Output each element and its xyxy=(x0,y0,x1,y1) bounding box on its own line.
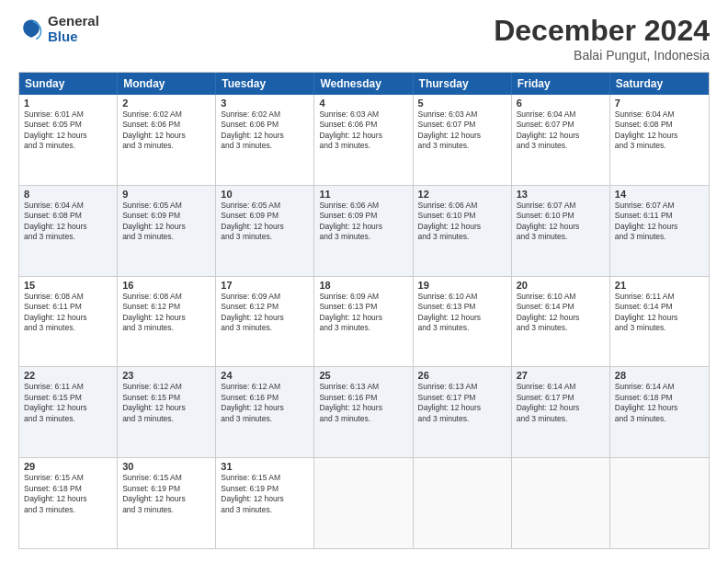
calendar-row-4: 22Sunrise: 6:11 AM Sunset: 6:15 PM Dayli… xyxy=(19,366,709,457)
day-number: 16 xyxy=(122,280,210,291)
cell-content: Sunrise: 6:03 AM Sunset: 6:06 PM Dayligh… xyxy=(319,109,407,152)
day-number: 23 xyxy=(122,370,210,381)
day-number: 24 xyxy=(221,370,309,381)
calendar-cell-17: 17Sunrise: 6:09 AM Sunset: 6:12 PM Dayli… xyxy=(216,277,314,367)
cell-content: Sunrise: 6:01 AM Sunset: 6:05 PM Dayligh… xyxy=(24,109,112,152)
logo-line1: General xyxy=(48,14,99,29)
calendar-cell-25: 25Sunrise: 6:13 AM Sunset: 6:16 PM Dayli… xyxy=(314,367,413,457)
calendar-row-5: 29Sunrise: 6:15 AM Sunset: 6:18 PM Dayli… xyxy=(19,457,709,548)
cell-content: Sunrise: 6:15 AM Sunset: 6:18 PM Dayligh… xyxy=(24,473,112,515)
cell-content: Sunrise: 6:04 AM Sunset: 6:08 PM Dayligh… xyxy=(615,109,704,152)
calendar-cell-7: 7Sunrise: 6:04 AM Sunset: 6:08 PM Daylig… xyxy=(610,95,709,185)
day-number: 2 xyxy=(122,98,210,109)
header-day-wednesday: Wednesday xyxy=(314,73,413,95)
calendar-cell-20: 20Sunrise: 6:10 AM Sunset: 6:14 PM Dayli… xyxy=(512,277,610,367)
day-number: 9 xyxy=(122,189,210,200)
cell-content: Sunrise: 6:05 AM Sunset: 6:09 PM Dayligh… xyxy=(122,201,210,243)
cell-content: Sunrise: 6:09 AM Sunset: 6:13 PM Dayligh… xyxy=(319,292,407,334)
day-number: 28 xyxy=(615,370,704,381)
calendar-cell-8: 8Sunrise: 6:04 AM Sunset: 6:08 PM Daylig… xyxy=(19,186,118,276)
day-number: 20 xyxy=(517,280,605,291)
cell-content: Sunrise: 6:15 AM Sunset: 6:19 PM Dayligh… xyxy=(122,473,210,515)
cell-content: Sunrise: 6:11 AM Sunset: 6:15 PM Dayligh… xyxy=(24,382,112,424)
calendar-cell-31: 31Sunrise: 6:15 AM Sunset: 6:19 PM Dayli… xyxy=(216,458,314,548)
day-number: 19 xyxy=(418,280,506,291)
cell-content: Sunrise: 6:07 AM Sunset: 6:11 PM Dayligh… xyxy=(615,201,704,243)
day-number: 27 xyxy=(517,370,605,381)
calendar-cell-22: 22Sunrise: 6:11 AM Sunset: 6:15 PM Dayli… xyxy=(19,367,118,457)
calendar-cell-24: 24Sunrise: 6:12 AM Sunset: 6:16 PM Dayli… xyxy=(216,367,314,457)
calendar-cell-11: 11Sunrise: 6:06 AM Sunset: 6:09 PM Dayli… xyxy=(314,186,413,276)
header-day-monday: Monday xyxy=(118,73,216,95)
cell-content: Sunrise: 6:10 AM Sunset: 6:14 PM Dayligh… xyxy=(517,292,605,334)
calendar-cell-10: 10Sunrise: 6:05 AM Sunset: 6:09 PM Dayli… xyxy=(216,186,314,276)
calendar-cell-empty xyxy=(610,458,709,548)
header: General Blue December 2024 Balai Pungut,… xyxy=(18,14,710,63)
title-block: December 2024 Balai Pungut, Indonesia xyxy=(494,14,710,63)
calendar-row-2: 8Sunrise: 6:04 AM Sunset: 6:08 PM Daylig… xyxy=(19,185,709,276)
logo-line2: Blue xyxy=(48,29,99,45)
calendar-cell-19: 19Sunrise: 6:10 AM Sunset: 6:13 PM Dayli… xyxy=(414,277,512,367)
logo: General Blue xyxy=(18,14,99,44)
calendar-header: SundayMondayTuesdayWednesdayThursdayFrid… xyxy=(19,73,709,95)
cell-content: Sunrise: 6:04 AM Sunset: 6:07 PM Dayligh… xyxy=(517,109,605,152)
calendar-cell-12: 12Sunrise: 6:06 AM Sunset: 6:10 PM Dayli… xyxy=(414,186,512,276)
day-number: 25 xyxy=(319,370,407,381)
cell-content: Sunrise: 6:03 AM Sunset: 6:07 PM Dayligh… xyxy=(418,109,506,152)
calendar-cell-5: 5Sunrise: 6:03 AM Sunset: 6:07 PM Daylig… xyxy=(414,95,512,185)
calendar-cell-21: 21Sunrise: 6:11 AM Sunset: 6:14 PM Dayli… xyxy=(610,277,709,367)
day-number: 7 xyxy=(615,98,704,109)
cell-content: Sunrise: 6:02 AM Sunset: 6:06 PM Dayligh… xyxy=(122,109,210,152)
calendar-cell-28: 28Sunrise: 6:14 AM Sunset: 6:18 PM Dayli… xyxy=(610,367,709,457)
day-number: 8 xyxy=(24,189,112,200)
cell-content: Sunrise: 6:05 AM Sunset: 6:09 PM Dayligh… xyxy=(221,201,309,243)
calendar-cell-15: 15Sunrise: 6:08 AM Sunset: 6:11 PM Dayli… xyxy=(19,277,118,367)
calendar-cell-23: 23Sunrise: 6:12 AM Sunset: 6:15 PM Dayli… xyxy=(118,367,216,457)
cell-content: Sunrise: 6:10 AM Sunset: 6:13 PM Dayligh… xyxy=(418,292,506,334)
day-number: 1 xyxy=(24,98,112,109)
calendar-cell-4: 4Sunrise: 6:03 AM Sunset: 6:06 PM Daylig… xyxy=(314,95,413,185)
location: Balai Pungut, Indonesia xyxy=(494,48,710,63)
day-number: 11 xyxy=(319,189,407,200)
day-number: 15 xyxy=(24,280,112,291)
cell-content: Sunrise: 6:15 AM Sunset: 6:19 PM Dayligh… xyxy=(221,473,309,515)
calendar-cell-1: 1Sunrise: 6:01 AM Sunset: 6:05 PM Daylig… xyxy=(19,95,118,185)
day-number: 26 xyxy=(418,370,506,381)
calendar-cell-27: 27Sunrise: 6:14 AM Sunset: 6:17 PM Dayli… xyxy=(512,367,610,457)
cell-content: Sunrise: 6:08 AM Sunset: 6:11 PM Dayligh… xyxy=(24,292,112,334)
calendar-cell-13: 13Sunrise: 6:07 AM Sunset: 6:10 PM Dayli… xyxy=(512,186,610,276)
calendar-cell-3: 3Sunrise: 6:02 AM Sunset: 6:06 PM Daylig… xyxy=(216,95,314,185)
cell-content: Sunrise: 6:09 AM Sunset: 6:12 PM Dayligh… xyxy=(221,292,309,334)
cell-content: Sunrise: 6:14 AM Sunset: 6:17 PM Dayligh… xyxy=(517,382,605,424)
day-number: 22 xyxy=(24,370,112,381)
header-day-sunday: Sunday xyxy=(19,73,118,95)
logo-icon xyxy=(18,17,44,42)
calendar-row-3: 15Sunrise: 6:08 AM Sunset: 6:11 PM Dayli… xyxy=(19,276,709,367)
cell-content: Sunrise: 6:12 AM Sunset: 6:15 PM Dayligh… xyxy=(122,382,210,424)
day-number: 31 xyxy=(221,461,309,472)
calendar-cell-9: 9Sunrise: 6:05 AM Sunset: 6:09 PM Daylig… xyxy=(118,186,216,276)
calendar-cell-29: 29Sunrise: 6:15 AM Sunset: 6:18 PM Dayli… xyxy=(19,458,118,548)
calendar-cell-14: 14Sunrise: 6:07 AM Sunset: 6:11 PM Dayli… xyxy=(610,186,709,276)
cell-content: Sunrise: 6:08 AM Sunset: 6:12 PM Dayligh… xyxy=(122,292,210,334)
cell-content: Sunrise: 6:06 AM Sunset: 6:10 PM Dayligh… xyxy=(418,201,506,243)
cell-content: Sunrise: 6:13 AM Sunset: 6:16 PM Dayligh… xyxy=(319,382,407,424)
cell-content: Sunrise: 6:14 AM Sunset: 6:18 PM Dayligh… xyxy=(615,382,704,424)
cell-content: Sunrise: 6:12 AM Sunset: 6:16 PM Dayligh… xyxy=(221,382,309,424)
day-number: 13 xyxy=(517,189,605,200)
calendar-cell-16: 16Sunrise: 6:08 AM Sunset: 6:12 PM Dayli… xyxy=(118,277,216,367)
day-number: 12 xyxy=(418,189,506,200)
calendar-cell-empty xyxy=(314,458,413,548)
day-number: 6 xyxy=(517,98,605,109)
day-number: 18 xyxy=(319,280,407,291)
calendar-row-1: 1Sunrise: 6:01 AM Sunset: 6:05 PM Daylig… xyxy=(19,95,709,185)
day-number: 3 xyxy=(221,98,309,109)
calendar-cell-18: 18Sunrise: 6:09 AM Sunset: 6:13 PM Dayli… xyxy=(314,277,413,367)
month-title: December 2024 xyxy=(494,14,710,48)
header-day-tuesday: Tuesday xyxy=(216,73,314,95)
day-number: 30 xyxy=(122,461,210,472)
cell-content: Sunrise: 6:13 AM Sunset: 6:17 PM Dayligh… xyxy=(418,382,506,424)
day-number: 10 xyxy=(221,189,309,200)
cell-content: Sunrise: 6:11 AM Sunset: 6:14 PM Dayligh… xyxy=(615,292,704,334)
day-number: 21 xyxy=(615,280,704,291)
